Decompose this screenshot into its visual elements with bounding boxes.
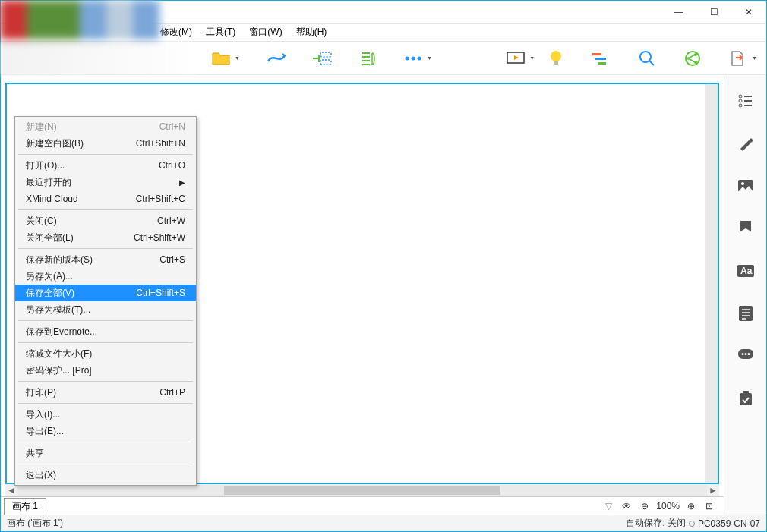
export-icon[interactable] [726,46,750,71]
menu-item-label: 关闭全部(L) [26,231,134,244]
status-canvas-label: 画布 ('画布 1') [7,517,63,530]
svg-point-4 [417,56,421,60]
menu-item-shortcut: Ctrl+S [159,254,185,265]
menu-item-label: 新建(N) [26,121,159,134]
menu-item[interactable]: 另存为模板(T)... [15,301,196,318]
eye-icon[interactable]: 👁 [620,501,633,512]
workspace: ◄ ► 画布 1 ▽ 👁 ⊖ 100% ⊕ ⊡ [1,75,766,515]
menu-item[interactable]: 缩减文件大小(F) [15,345,196,362]
menu-item-label: 另存为(A)... [26,270,185,283]
dropdown-icon[interactable]: ▼ [427,55,432,61]
menu-item-shortcut: Ctrl+Shift+W [134,232,185,243]
zoom-fit-icon[interactable]: ⊡ [702,501,716,512]
presentation-icon[interactable] [503,46,528,71]
menu-item[interactable]: 退出(X) [15,467,196,483]
search-icon[interactable] [635,46,659,71]
image-icon[interactable] [735,175,756,197]
svg-point-26 [744,353,746,355]
svg-point-18 [739,104,742,107]
menu-separator [18,442,193,442]
file-menu: 新建(N)Ctrl+N新建空白图(B)Ctrl+Shift+N打开(O)...C… [14,116,197,486]
idea-icon[interactable] [544,46,568,71]
comments-icon[interactable] [735,345,756,367]
menu-item[interactable]: 另存为(A)... [15,268,196,285]
zoom-level: 100% [656,501,680,512]
zoom-in-icon[interactable]: ⊕ [684,501,698,512]
scroll-left-icon[interactable]: ◄ [5,485,17,496]
menu-item[interactable]: 导入(I)... [15,406,196,423]
menu-item[interactable]: 打开(O)...Ctrl+O [15,157,196,174]
summary-icon[interactable] [355,46,380,71]
menu-item[interactable]: 密码保护... [Pro] [15,362,196,379]
svg-rect-28 [740,393,752,405]
scroll-track[interactable] [17,485,707,496]
menu-item[interactable]: 最近打开的▶ [15,174,196,190]
menu-item-shortcut: Ctrl+Shift+C [136,194,185,204]
minimize-button[interactable]: — [661,1,696,24]
sheet-tab[interactable]: 画布 1 [4,498,46,515]
outline-icon[interactable] [735,90,756,112]
menu-item-label: 保存新的版本(S) [26,253,159,266]
svg-point-27 [747,353,750,355]
menu-item[interactable]: XMind CloudCtrl+Shift+C [15,190,196,207]
menu-item[interactable]: 保存到Evernote... [15,323,196,340]
menu-separator [18,209,193,210]
menu-modify[interactable]: 修改(M) [160,24,198,41]
dropdown-icon[interactable]: ▼ [752,55,757,61]
menu-item-shortcut: Ctrl+N [159,121,185,132]
gantt-icon[interactable] [589,46,614,71]
toolbar-blur-region [1,42,197,75]
menu-item-label: 保存全部(V) [26,287,136,300]
scroll-right-icon[interactable]: ► [707,485,719,496]
format-icon[interactable] [735,133,756,154]
relationship-icon[interactable] [264,46,289,71]
task-icon[interactable] [735,388,756,409]
notes-icon[interactable] [735,303,756,324]
maximize-button[interactable]: ☐ [696,1,731,24]
dropdown-icon[interactable]: ▼ [235,55,240,61]
svg-point-2 [405,56,409,60]
toolbar: ▼ ▼ ▼ [1,42,766,75]
menu-separator [18,248,193,249]
menu-separator [18,403,193,404]
menu-item[interactable]: 共享 [15,445,196,461]
marker-icon[interactable] [735,218,756,239]
menu-item[interactable]: 保存全部(V)Ctrl+Shift+S [15,285,196,301]
menu-separator [18,320,193,321]
menu-item[interactable]: 新建(N)Ctrl+N [15,118,196,135]
menu-item[interactable]: 关闭(C)Ctrl+W [15,212,196,229]
horizontal-scrollbar[interactable]: ◄ ► [5,484,719,496]
menu-separator [18,154,193,155]
dropdown-icon[interactable]: ▼ [529,55,535,61]
font-icon[interactable]: Aa [735,260,756,282]
menu-item[interactable]: 导出(E)... [15,423,196,439]
menu-separator [18,381,193,382]
boundary-icon[interactable] [310,46,334,71]
menu-item[interactable]: 打印(P)Ctrl+P [15,384,196,401]
menu-item-shortcut: Ctrl+W [157,216,185,226]
menu-item-label: 打印(P) [26,386,159,399]
menu-item[interactable]: 保存新的版本(S)Ctrl+S [15,251,196,268]
scroll-thumb[interactable] [224,486,500,495]
close-button[interactable]: ✕ [731,1,766,24]
right-sidebar: Aa [724,75,766,515]
menu-item[interactable]: 新建空白图(B)Ctrl+Shift+N [15,135,196,152]
zoom-out-icon[interactable]: ⊖ [638,501,652,512]
svg-rect-29 [743,391,749,395]
menu-item-label: 缩减文件大小(F) [26,348,185,360]
menu-item[interactable]: 关闭全部(L)Ctrl+Shift+W [15,229,196,246]
filter-icon[interactable]: ▽ [601,501,615,512]
svg-point-11 [640,52,651,62]
menu-help[interactable]: 帮助(H) [290,24,333,41]
share-icon[interactable] [680,46,705,71]
menu-tools[interactable]: 工具(T) [200,24,241,41]
svg-point-6 [551,51,561,61]
menu-item-shortcut: Ctrl+Shift+N [136,138,185,149]
more-icon[interactable] [401,46,425,71]
svg-point-16 [739,95,742,98]
menu-item-label: 退出(X) [26,469,185,482]
status-dot-icon [689,521,695,527]
menu-item-shortcut: Ctrl+P [159,387,185,398]
menu-window[interactable]: 窗口(W) [243,24,288,41]
folder-icon[interactable] [209,46,233,71]
